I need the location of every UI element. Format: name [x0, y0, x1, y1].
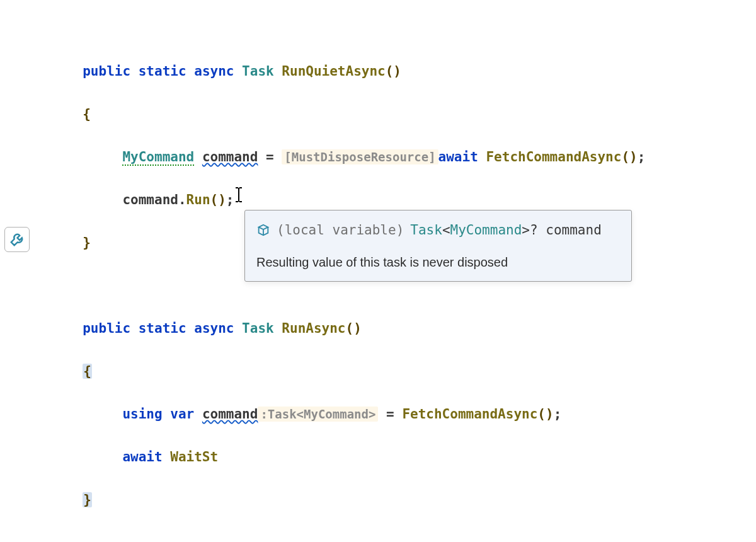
code-line: await WaitSt: [43, 446, 645, 468]
code-line: [43, 532, 645, 542]
inlay-hint: :Task<MyCommand>: [258, 407, 378, 422]
code-line: }: [43, 489, 645, 510]
variable-icon: [256, 223, 270, 237]
code-line: {: [43, 360, 645, 382]
inlay-hint: [MustDisposeResource]: [282, 149, 438, 164]
code-line: using var command:Task<MyCommand> = Fetc…: [43, 403, 645, 425]
matching-brace: }: [83, 492, 92, 507]
code-line: {: [43, 103, 645, 125]
code-line: public static async Task RunAsync(): [43, 318, 645, 339]
tooltip-type-text: Task<MyCommand>? command: [410, 219, 602, 241]
wrench-icon: [9, 231, 25, 248]
code-line: MyCommand command = [MustDisposeResource…: [43, 146, 645, 168]
hover-tooltip: (local variable) Task<MyCommand>? comman…: [244, 210, 632, 282]
tooltip-kind: (local variable): [277, 219, 404, 241]
code-line: command.Run();: [43, 189, 645, 210]
matching-brace: {: [83, 364, 92, 379]
quick-action-button[interactable]: [4, 227, 30, 252]
tooltip-description: Resulting value of this task is never di…: [256, 252, 620, 272]
code-line: public static async Task RunQuietAsync(): [43, 61, 645, 82]
